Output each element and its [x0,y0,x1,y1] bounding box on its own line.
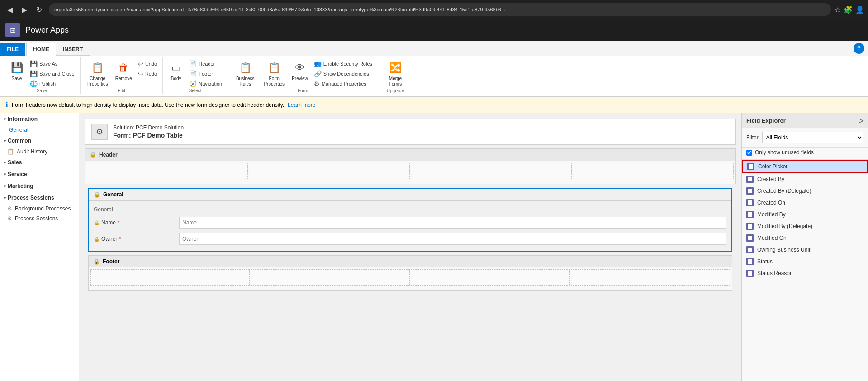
ribbon-content: 💾 Save 💾 Save As 💾 Save and Close 🌐 Publ… [0,56,868,96]
publish-button[interactable]: 🌐 Publish [28,79,76,88]
nav-item-audit-history[interactable]: 📋 Audit History [0,147,79,157]
save-as-button[interactable]: 💾 Save As [28,59,76,68]
process-sessions-icon: ⚙ [7,215,12,222]
nav-section-information[interactable]: Information [0,113,79,125]
field-item-status-reason[interactable]: Status Reason [742,267,868,279]
navigation-icon: 🧭 [189,80,197,87]
body-button[interactable]: ▭ Body [166,59,185,83]
save-group-label: Save [7,88,76,94]
managed-props-button[interactable]: ⚙ Managed Properties [312,79,374,88]
header-section-header: 🔒 Header [85,149,735,161]
ribbon-group-save: 💾 Save 💾 Save As 💾 Save and Close 🌐 Publ… [4,57,81,94]
redo-button[interactable]: ↪ Redo [136,69,159,78]
preview-button[interactable]: 👁 Preview [289,59,310,83]
header-label: Header [99,152,118,158]
unused-fields-checkbox-row: Only show unused fields [742,148,868,160]
waffle-button[interactable]: ⊞ [5,23,20,37]
form-meta: Solution: PCF Demo Solution Form: PCF De… [113,124,184,139]
footer-button[interactable]: 📄 Footer [187,69,224,78]
bg-processes-label: Background Processes [15,205,71,212]
general-section-wrapper[interactable]: 🔒 General General 🔒 Name * 🔒 Owner [88,188,732,252]
field-item-created-by-delegate[interactable]: Created By (Delegate) [742,185,868,197]
unused-fields-checkbox[interactable] [746,150,752,156]
form-group-label: Form [232,88,374,94]
show-deps-button[interactable]: 🔗 Show Dependencies [312,69,374,78]
ribbon-group-select: ▭ Body 📄 Header 📄 Footer 🧭 Navigation [163,57,228,94]
footer-cell-1 [90,269,250,286]
enable-security-button[interactable]: 👥 Enable Security Roles [312,59,374,68]
name-input[interactable] [179,217,726,229]
browser-chrome: ◀ ▶ ↻ ☆ 🧩 👤 [0,0,868,19]
ribbon-group-select-inner: ▭ Body 📄 Header 📄 Footer 🧭 Navigation [166,57,224,88]
ribbon: FILE HOME INSERT ? 💾 Save 💾 Save As � [0,41,868,97]
field-owning-bu-label: Owning Business Unit [757,247,863,253]
back-button[interactable]: ◀ [4,3,16,16]
field-modified-by-icon [746,211,754,218]
field-item-modified-by-delegate[interactable]: Modified By (Delegate) [742,220,868,232]
footer-lock-icon: 🔒 [93,258,100,265]
help-button[interactable]: ? [854,43,864,54]
bg-processes-icon: ⚙ [7,205,12,212]
nav-item-process-sessions[interactable]: ⚙ Process Sessions [0,214,79,224]
nav-section-process-sessions[interactable]: Process Sessions [0,192,79,204]
nav-section-sales[interactable]: Sales [0,157,79,168]
filter-label: Filter [746,134,759,141]
tab-home[interactable]: HOME [26,43,56,56]
field-item-modified-on[interactable]: Modified On [742,232,868,244]
owner-field-row: 🔒 Owner * [93,231,728,247]
solution-name: PCF Demo Solution [136,124,184,131]
business-rules-button[interactable]: 📋 Business Rules [232,59,259,88]
address-bar[interactable] [49,3,831,16]
tab-file[interactable]: FILE [0,43,25,56]
change-properties-button[interactable]: 📋 Change Properties [84,59,111,88]
navigation-button[interactable]: 🧭 Navigation [187,79,224,88]
nav-section-marketing[interactable]: Marketing [0,180,79,192]
learn-more-link[interactable]: Learn more [288,102,315,108]
notification-text: Form headers now default to high density… [12,102,284,108]
save-close-button[interactable]: 💾 Save and Close [28,69,76,78]
nav-section-common[interactable]: Common [0,135,79,147]
save-close-icon: 💾 [30,70,38,77]
panel-expand-button[interactable]: ▷ [859,117,863,124]
save-button[interactable]: 💾 Save [7,59,26,83]
merge-forms-button[interactable]: 🔀 Merge Forms [382,59,409,88]
preview-label: Preview [292,76,308,81]
nav-item-general[interactable]: General [0,125,79,135]
form-solution: Solution: PCF Demo Solution [113,124,184,131]
browser-nav-buttons[interactable]: ◀ ▶ ↻ [4,3,45,16]
notification-bar: ℹ Form headers now default to high densi… [0,97,868,113]
form-properties-button[interactable]: 📋 Form Properties [261,59,288,88]
app-header: ⊞ Power Apps [0,19,868,41]
field-item-modified-by[interactable]: Modified By [742,209,868,220]
owner-input[interactable] [179,233,726,245]
header-button[interactable]: 📄 Header [187,59,224,68]
nav-section-service[interactable]: Service [0,168,79,180]
nav-item-background-processes[interactable]: ⚙ Background Processes [0,204,79,214]
profile-icon[interactable]: 👤 [855,5,864,14]
field-status-label: Status [757,258,863,265]
audit-history-icon: 📋 [7,148,14,155]
star-icon[interactable]: ☆ [835,5,841,14]
undo-icon: ↩ [138,60,143,67]
field-item-color-picker[interactable]: Color Picker Display Name:Color Picker N… [742,160,868,173]
forward-button[interactable]: ▶ [18,3,31,16]
extension-icon[interactable]: 🧩 [844,5,853,14]
field-status-icon [746,258,754,265]
remove-button[interactable]: 🗑 Remove [113,59,134,83]
field-item-created-on[interactable]: Created On [742,197,868,209]
filter-select[interactable]: All Fields [762,132,863,143]
field-item-status[interactable]: Status [742,256,868,267]
name-field-row: 🔒 Name * [93,214,728,231]
field-color-picker-label: Color Picker [758,163,863,170]
form-props-icon: 📋 [267,61,281,75]
footer-icon: 📄 [189,70,197,77]
field-item-owning-business-unit[interactable]: Owning Business Unit [742,244,868,256]
header-cell-2 [249,163,410,179]
publish-label: Publish [39,81,56,86]
tab-insert[interactable]: INSERT [56,43,90,56]
undo-button[interactable]: ↩ Undo [136,59,159,68]
change-props-label: Change Properties [86,76,109,87]
managed-props-label: Managed Properties [322,81,366,86]
reload-button[interactable]: ↻ [33,3,45,16]
field-item-created-by[interactable]: Created By [742,173,868,185]
